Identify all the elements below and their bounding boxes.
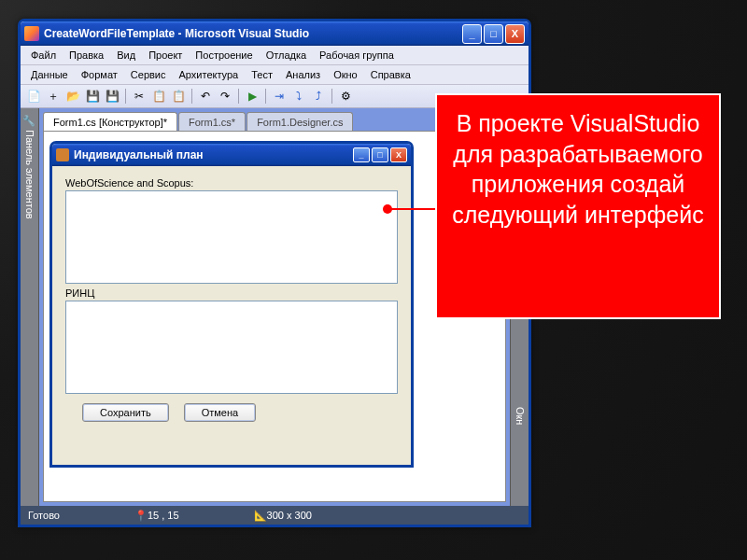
config-icon[interactable]: ⚙ [337, 88, 354, 105]
window-title: CreateWordFileTemplate - Microsoft Visua… [44, 27, 462, 40]
form-icon [56, 148, 69, 161]
form-title-text: Индивидуальный план [74, 148, 204, 161]
menu-bar: Файл Правка Вид Проект Построение Отладк… [21, 46, 529, 65]
designed-form-window[interactable]: Индивидуальный план _ □ X WebOfScience a… [49, 141, 414, 468]
separator-icon [238, 89, 239, 104]
vs-app-icon [24, 26, 39, 41]
menu-build[interactable]: Построение [189, 48, 259, 63]
menu-bar-2: Данные Формат Сервис Архитектура Тест Ан… [21, 65, 529, 85]
save-button[interactable]: Сохранить [82, 403, 169, 422]
status-bar: Готово 📍15 , 15 📐300 x 300 [21, 506, 529, 525]
textbox-rinc[interactable] [65, 301, 398, 394]
save-icon[interactable]: 💾 [84, 88, 101, 105]
toolbox-panel-tab[interactable]: 🔧 Панель элементов [21, 108, 39, 506]
form-title-bar: Индивидуальный план _ □ X [52, 144, 411, 166]
tab-form-designer[interactable]: Form1.cs [Конструктор]* [43, 112, 177, 131]
label-webofscience: WebOfScience and Scopus: [65, 177, 398, 189]
menu-format[interactable]: Формат [75, 67, 124, 82]
paste-icon[interactable]: 📋 [170, 88, 187, 105]
cut-icon[interactable]: ✂ [131, 88, 148, 105]
menu-debug[interactable]: Отладка [260, 48, 313, 63]
form-minimize-button[interactable]: _ [353, 147, 370, 162]
menu-view[interactable]: Вид [110, 48, 142, 63]
menu-team[interactable]: Рабочая группа [313, 48, 401, 63]
new-project-icon[interactable]: 📄 [25, 88, 42, 105]
redo-icon[interactable]: ↷ [217, 88, 233, 105]
run-icon[interactable]: ▶ [244, 88, 261, 105]
label-rinc: РИНЦ [65, 287, 398, 299]
close-button[interactable]: X [505, 24, 525, 44]
step-icon[interactable]: ⇥ [271, 88, 288, 105]
step-out-icon[interactable]: ⤴ [310, 88, 327, 105]
open-file-icon[interactable]: 📂 [64, 88, 81, 105]
menu-window[interactable]: Окно [327, 67, 364, 82]
textbox-webofscience[interactable] [65, 190, 398, 284]
step-over-icon[interactable]: ⤵ [290, 88, 307, 105]
annotation-callout: В проекте VisualStudio для разрабатываем… [435, 93, 721, 319]
separator-icon [331, 89, 332, 104]
maximize-button[interactable]: □ [484, 24, 503, 44]
status-size: 📐300 x 300 [254, 510, 312, 522]
menu-edit[interactable]: Правка [63, 48, 110, 63]
menu-file[interactable]: Файл [24, 48, 63, 63]
menu-analysis[interactable]: Анализ [279, 67, 327, 82]
copy-icon[interactable]: 📋 [150, 88, 167, 105]
save-all-icon[interactable]: 💾 [104, 88, 120, 105]
tab-form-designer-code[interactable]: Form1.Designer.cs [247, 112, 353, 131]
form-close-button[interactable]: X [390, 147, 407, 162]
menu-test[interactable]: Тест [245, 67, 279, 82]
menu-data[interactable]: Данные [24, 67, 75, 82]
status-position: 📍15 , 15 [134, 510, 179, 522]
separator-icon [191, 89, 192, 104]
tab-form-code[interactable]: Form1.cs* [178, 112, 246, 131]
callout-pointer-line [389, 208, 442, 210]
undo-icon[interactable]: ↶ [197, 88, 214, 105]
menu-tools[interactable]: Сервис [124, 67, 173, 82]
form-maximize-button[interactable]: □ [372, 147, 388, 162]
title-bar[interactable]: CreateWordFileTemplate - Microsoft Visua… [21, 21, 529, 46]
properties-tab[interactable]: Окн [510, 401, 529, 507]
separator-icon [125, 89, 126, 104]
minimize-button[interactable]: _ [462, 24, 482, 44]
menu-project[interactable]: Проект [142, 48, 189, 63]
toolbox-icon: 🔧 [23, 114, 35, 126]
menu-architecture[interactable]: Архитектура [173, 67, 246, 82]
separator-icon [265, 89, 266, 104]
cancel-button[interactable]: Отмена [184, 403, 256, 422]
add-item-icon[interactable]: ＋ [45, 88, 62, 105]
status-ready: Готово [28, 510, 60, 521]
menu-help[interactable]: Справка [364, 67, 417, 82]
